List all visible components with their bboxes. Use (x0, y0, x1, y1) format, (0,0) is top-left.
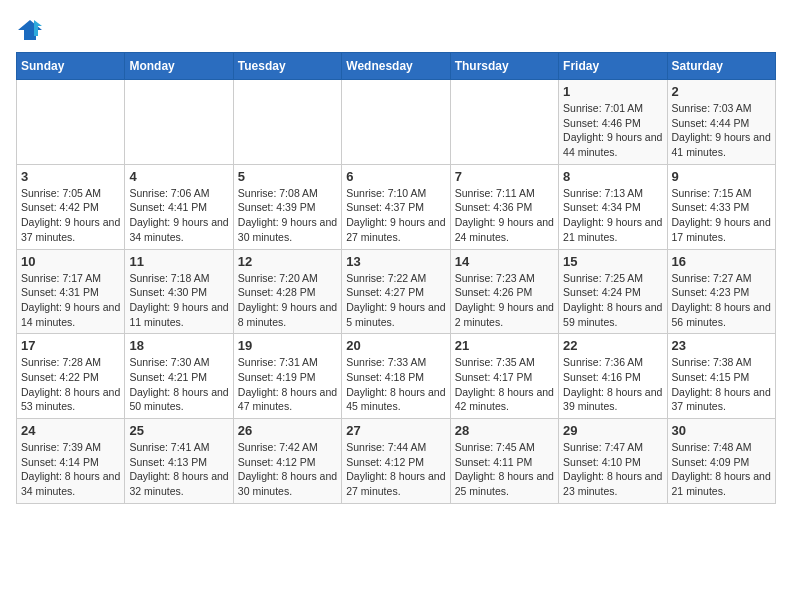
calendar-cell (233, 80, 341, 165)
calendar-cell: 13Sunrise: 7:22 AM Sunset: 4:27 PM Dayli… (342, 249, 450, 334)
calendar-week-row: 3Sunrise: 7:05 AM Sunset: 4:42 PM Daylig… (17, 164, 776, 249)
calendar-header-row: SundayMondayTuesdayWednesdayThursdayFrid… (17, 53, 776, 80)
calendar-cell: 3Sunrise: 7:05 AM Sunset: 4:42 PM Daylig… (17, 164, 125, 249)
day-info: Sunrise: 7:41 AM Sunset: 4:13 PM Dayligh… (129, 440, 228, 499)
calendar-cell: 10Sunrise: 7:17 AM Sunset: 4:31 PM Dayli… (17, 249, 125, 334)
day-info: Sunrise: 7:27 AM Sunset: 4:23 PM Dayligh… (672, 271, 771, 330)
calendar-cell: 16Sunrise: 7:27 AM Sunset: 4:23 PM Dayli… (667, 249, 775, 334)
day-info: Sunrise: 7:44 AM Sunset: 4:12 PM Dayligh… (346, 440, 445, 499)
day-number: 8 (563, 169, 662, 184)
calendar-cell: 19Sunrise: 7:31 AM Sunset: 4:19 PM Dayli… (233, 334, 341, 419)
calendar-cell: 9Sunrise: 7:15 AM Sunset: 4:33 PM Daylig… (667, 164, 775, 249)
day-info: Sunrise: 7:01 AM Sunset: 4:46 PM Dayligh… (563, 101, 662, 160)
day-number: 30 (672, 423, 771, 438)
calendar-cell: 1Sunrise: 7:01 AM Sunset: 4:46 PM Daylig… (559, 80, 667, 165)
day-info: Sunrise: 7:23 AM Sunset: 4:26 PM Dayligh… (455, 271, 554, 330)
day-number: 19 (238, 338, 337, 353)
day-info: Sunrise: 7:11 AM Sunset: 4:36 PM Dayligh… (455, 186, 554, 245)
calendar-cell: 22Sunrise: 7:36 AM Sunset: 4:16 PM Dayli… (559, 334, 667, 419)
day-info: Sunrise: 7:42 AM Sunset: 4:12 PM Dayligh… (238, 440, 337, 499)
logo (16, 16, 48, 44)
day-number: 17 (21, 338, 120, 353)
calendar-cell (125, 80, 233, 165)
day-info: Sunrise: 7:30 AM Sunset: 4:21 PM Dayligh… (129, 355, 228, 414)
day-number: 25 (129, 423, 228, 438)
calendar-cell: 25Sunrise: 7:41 AM Sunset: 4:13 PM Dayli… (125, 419, 233, 504)
day-info: Sunrise: 7:15 AM Sunset: 4:33 PM Dayligh… (672, 186, 771, 245)
column-header-sunday: Sunday (17, 53, 125, 80)
day-number: 3 (21, 169, 120, 184)
day-info: Sunrise: 7:22 AM Sunset: 4:27 PM Dayligh… (346, 271, 445, 330)
day-info: Sunrise: 7:25 AM Sunset: 4:24 PM Dayligh… (563, 271, 662, 330)
day-number: 11 (129, 254, 228, 269)
day-info: Sunrise: 7:35 AM Sunset: 4:17 PM Dayligh… (455, 355, 554, 414)
day-number: 27 (346, 423, 445, 438)
calendar-cell: 26Sunrise: 7:42 AM Sunset: 4:12 PM Dayli… (233, 419, 341, 504)
day-number: 1 (563, 84, 662, 99)
day-number: 21 (455, 338, 554, 353)
calendar-week-row: 10Sunrise: 7:17 AM Sunset: 4:31 PM Dayli… (17, 249, 776, 334)
day-number: 18 (129, 338, 228, 353)
column-header-monday: Monday (125, 53, 233, 80)
calendar-cell: 29Sunrise: 7:47 AM Sunset: 4:10 PM Dayli… (559, 419, 667, 504)
calendar-cell: 14Sunrise: 7:23 AM Sunset: 4:26 PM Dayli… (450, 249, 558, 334)
day-info: Sunrise: 7:10 AM Sunset: 4:37 PM Dayligh… (346, 186, 445, 245)
page-header (16, 16, 776, 44)
calendar-body: 1Sunrise: 7:01 AM Sunset: 4:46 PM Daylig… (17, 80, 776, 504)
day-info: Sunrise: 7:47 AM Sunset: 4:10 PM Dayligh… (563, 440, 662, 499)
day-number: 22 (563, 338, 662, 353)
day-info: Sunrise: 7:17 AM Sunset: 4:31 PM Dayligh… (21, 271, 120, 330)
day-info: Sunrise: 7:05 AM Sunset: 4:42 PM Dayligh… (21, 186, 120, 245)
column-header-saturday: Saturday (667, 53, 775, 80)
day-number: 15 (563, 254, 662, 269)
calendar-cell (17, 80, 125, 165)
day-info: Sunrise: 7:39 AM Sunset: 4:14 PM Dayligh… (21, 440, 120, 499)
column-header-wednesday: Wednesday (342, 53, 450, 80)
calendar-week-row: 1Sunrise: 7:01 AM Sunset: 4:46 PM Daylig… (17, 80, 776, 165)
calendar-cell: 6Sunrise: 7:10 AM Sunset: 4:37 PM Daylig… (342, 164, 450, 249)
day-info: Sunrise: 7:31 AM Sunset: 4:19 PM Dayligh… (238, 355, 337, 414)
day-info: Sunrise: 7:08 AM Sunset: 4:39 PM Dayligh… (238, 186, 337, 245)
column-header-friday: Friday (559, 53, 667, 80)
calendar-cell (450, 80, 558, 165)
calendar-cell: 23Sunrise: 7:38 AM Sunset: 4:15 PM Dayli… (667, 334, 775, 419)
calendar-cell: 27Sunrise: 7:44 AM Sunset: 4:12 PM Dayli… (342, 419, 450, 504)
day-number: 24 (21, 423, 120, 438)
calendar-cell: 21Sunrise: 7:35 AM Sunset: 4:17 PM Dayli… (450, 334, 558, 419)
day-number: 9 (672, 169, 771, 184)
calendar-cell (342, 80, 450, 165)
calendar-cell: 24Sunrise: 7:39 AM Sunset: 4:14 PM Dayli… (17, 419, 125, 504)
calendar-cell: 11Sunrise: 7:18 AM Sunset: 4:30 PM Dayli… (125, 249, 233, 334)
calendar-cell: 28Sunrise: 7:45 AM Sunset: 4:11 PM Dayli… (450, 419, 558, 504)
logo-icon (16, 16, 44, 44)
calendar-week-row: 24Sunrise: 7:39 AM Sunset: 4:14 PM Dayli… (17, 419, 776, 504)
day-number: 20 (346, 338, 445, 353)
day-number: 5 (238, 169, 337, 184)
day-number: 13 (346, 254, 445, 269)
calendar-cell: 5Sunrise: 7:08 AM Sunset: 4:39 PM Daylig… (233, 164, 341, 249)
day-info: Sunrise: 7:45 AM Sunset: 4:11 PM Dayligh… (455, 440, 554, 499)
day-number: 4 (129, 169, 228, 184)
day-number: 2 (672, 84, 771, 99)
calendar-cell: 15Sunrise: 7:25 AM Sunset: 4:24 PM Dayli… (559, 249, 667, 334)
calendar-cell: 20Sunrise: 7:33 AM Sunset: 4:18 PM Dayli… (342, 334, 450, 419)
day-number: 29 (563, 423, 662, 438)
calendar-cell: 12Sunrise: 7:20 AM Sunset: 4:28 PM Dayli… (233, 249, 341, 334)
day-info: Sunrise: 7:03 AM Sunset: 4:44 PM Dayligh… (672, 101, 771, 160)
calendar-table: SundayMondayTuesdayWednesdayThursdayFrid… (16, 52, 776, 504)
day-number: 10 (21, 254, 120, 269)
calendar-cell: 7Sunrise: 7:11 AM Sunset: 4:36 PM Daylig… (450, 164, 558, 249)
day-info: Sunrise: 7:13 AM Sunset: 4:34 PM Dayligh… (563, 186, 662, 245)
day-number: 26 (238, 423, 337, 438)
day-info: Sunrise: 7:48 AM Sunset: 4:09 PM Dayligh… (672, 440, 771, 499)
day-number: 6 (346, 169, 445, 184)
day-number: 23 (672, 338, 771, 353)
calendar-cell: 2Sunrise: 7:03 AM Sunset: 4:44 PM Daylig… (667, 80, 775, 165)
column-header-thursday: Thursday (450, 53, 558, 80)
day-info: Sunrise: 7:38 AM Sunset: 4:15 PM Dayligh… (672, 355, 771, 414)
day-number: 16 (672, 254, 771, 269)
calendar-week-row: 17Sunrise: 7:28 AM Sunset: 4:22 PM Dayli… (17, 334, 776, 419)
day-info: Sunrise: 7:28 AM Sunset: 4:22 PM Dayligh… (21, 355, 120, 414)
day-number: 28 (455, 423, 554, 438)
day-number: 7 (455, 169, 554, 184)
